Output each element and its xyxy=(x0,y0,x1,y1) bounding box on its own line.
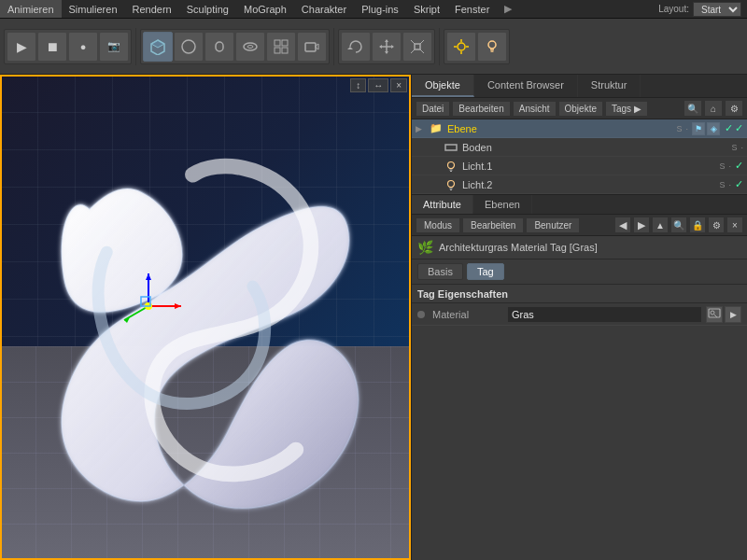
toolbar-btn-stop[interactable]: ⏹ xyxy=(37,32,67,62)
toolbar-btn-torus[interactable] xyxy=(235,32,265,62)
tree-item-licht1[interactable]: ▶ Licht.1 S · ✓ xyxy=(412,157,747,175)
attr-material-browse[interactable] xyxy=(706,306,723,323)
attr-material-arrow[interactable]: ▶ xyxy=(725,306,741,323)
attr-prev-btn[interactable]: ◀ xyxy=(614,217,631,233)
obj-home-icon[interactable]: ⌂ xyxy=(704,100,723,117)
obj-toolbar-tags[interactable]: Tags ▶ xyxy=(605,101,648,117)
viewport[interactable]: ↕ ↔ × xyxy=(0,75,411,560)
svg-marker-12 xyxy=(347,47,353,49)
tag-s-ebene: S xyxy=(676,124,682,133)
toolbar-btn-cube[interactable] xyxy=(143,32,173,62)
menu-item-charakter[interactable]: Charakter xyxy=(294,0,354,18)
tag-icon1-ebene[interactable]: ⚑ xyxy=(692,122,705,135)
layout-label: Layout: xyxy=(658,4,689,14)
menu-item-simulieren[interactable]: Simulieren xyxy=(62,0,125,18)
tree-tags-boden: S · xyxy=(731,143,743,152)
attr-dot-material xyxy=(417,311,425,318)
tree-item-licht2[interactable]: ▶ Licht.2 S · ✓ xyxy=(412,175,747,194)
transform-gizmo xyxy=(111,269,186,343)
tree-item-ebene[interactable]: ▶ 📁 Ebene S · ⚑ ◈ ✓ ✓ xyxy=(412,119,747,138)
tab-attribute[interactable]: Attribute xyxy=(412,195,473,214)
attr-value-material[interactable] xyxy=(507,306,702,323)
tree-icon-licht1 xyxy=(444,159,458,174)
tree-name-licht2: Licht.2 xyxy=(462,179,719,190)
toolbar-btn-record[interactable]: ● xyxy=(68,32,98,62)
viewport-nav-up[interactable]: ↕ xyxy=(350,78,366,92)
svg-rect-7 xyxy=(282,40,288,46)
subtab-tag[interactable]: Tag xyxy=(467,263,504,280)
tree-name-licht1: Licht.1 xyxy=(462,161,719,172)
tree-item-boden[interactable]: ▶ Boden S · xyxy=(412,138,747,157)
attr-close-icon[interactable]: × xyxy=(726,217,743,233)
toolbar-sep-3 xyxy=(439,28,440,65)
obj-toolbar-ansicht[interactable]: Ansicht xyxy=(513,101,557,117)
attr-label-material: Material xyxy=(432,309,507,320)
viewport-close[interactable]: × xyxy=(390,78,407,92)
menu-item-mograph[interactable]: MoGraph xyxy=(236,0,294,18)
tree-tags-licht1: S · ✓ xyxy=(719,160,743,172)
toolbar-group-shapes xyxy=(140,29,330,64)
viewport-object-area xyxy=(8,123,402,536)
svg-line-23 xyxy=(420,49,424,53)
toolbar-btn-render[interactable]: 📷 xyxy=(99,32,129,62)
attr-settings-icon[interactable]: ⚙ xyxy=(708,217,725,233)
toolbar-btn-sphere[interactable] xyxy=(174,32,204,62)
attr-lock-icon[interactable]: 🔒 xyxy=(689,217,706,233)
menu-item-fenster[interactable]: Fenster xyxy=(447,0,497,18)
svg-marker-1 xyxy=(151,40,164,48)
layout-select[interactable]: Start xyxy=(693,2,741,17)
right-panel: Objekte Content Browser Struktur Datei B… xyxy=(411,75,747,560)
obj-gear-icon[interactable]: ⚙ xyxy=(725,100,743,117)
tag-s-licht2: S xyxy=(719,180,725,189)
obj-toolbar-bearbeiten[interactable]: Bearbeiten xyxy=(452,101,510,117)
obj-toolbar-datei[interactable]: Datei xyxy=(416,101,450,117)
tag-dot-ebene: · xyxy=(685,124,688,133)
attr-up-icon[interactable]: ▲ xyxy=(652,217,669,233)
toolbar-btn-camera[interactable] xyxy=(297,32,327,62)
attr-mode-bearbeiten[interactable]: Bearbeiten xyxy=(462,217,524,233)
attribute-tabs: Attribute Ebenen xyxy=(412,195,747,215)
tab-content-browser[interactable]: Content Browser xyxy=(474,75,578,97)
menu-item-animieren[interactable]: Animieren xyxy=(0,0,62,18)
tree-name-ebene: Ebene xyxy=(447,123,676,134)
tag-dot-licht2: · xyxy=(728,180,731,189)
tree-icon-boden xyxy=(444,140,458,155)
svg-marker-17 xyxy=(379,45,382,49)
viewport-nav-lr[interactable]: ↔ xyxy=(368,78,388,92)
check-licht2: ✓ xyxy=(735,178,743,190)
menu-item-skript[interactable]: Skript xyxy=(406,0,447,18)
main-area: ↕ ↔ × Objekte Content Browser Struktur D… xyxy=(0,75,747,560)
tag-icon2-ebene[interactable]: ◈ xyxy=(707,122,720,135)
menu-item-plugins[interactable]: Plug-ins xyxy=(354,0,406,18)
attr-row-material: Material ▶ xyxy=(412,303,747,326)
tree-tags-ebene: S · ⚑ ◈ ✓ ✓ xyxy=(676,122,743,135)
toolbar-btn-capsule[interactable] xyxy=(204,32,234,62)
menu-item-sculpting[interactable]: Sculpting xyxy=(179,0,236,18)
toolbar-btn-sun[interactable] xyxy=(446,32,476,62)
svg-rect-19 xyxy=(415,44,420,49)
menu-item-rendern[interactable]: Rendern xyxy=(125,0,179,18)
svg-line-36 xyxy=(124,306,148,320)
svg-point-44 xyxy=(448,180,455,187)
toolbar-btn-move[interactable] xyxy=(372,32,402,62)
toolbar-btn-play[interactable]: ▶ xyxy=(7,32,36,62)
toolbar-btn-scale[interactable] xyxy=(402,32,432,62)
attr-next-btn[interactable]: ▶ xyxy=(633,217,650,233)
tag-s-licht1: S xyxy=(719,161,725,171)
attr-mode-benutzer[interactable]: Benutzer xyxy=(526,217,580,233)
obj-toolbar-objekte[interactable]: Objekte xyxy=(558,101,603,117)
tree-icon-licht2 xyxy=(444,177,458,192)
obj-search-icon[interactable]: 🔍 xyxy=(684,100,702,117)
toolbar-btn-light[interactable] xyxy=(477,32,507,62)
toolbar-btn-rotate[interactable] xyxy=(341,32,371,62)
subtab-basis[interactable]: Basis xyxy=(417,263,463,280)
attr-mode-modus[interactable]: Modus xyxy=(416,217,460,233)
tag-dot-boden: · xyxy=(740,143,743,152)
attr-search-icon[interactable]: 🔍 xyxy=(670,217,687,233)
svg-point-48 xyxy=(711,311,714,315)
toolbar-btn-grid[interactable] xyxy=(266,32,296,62)
tab-objekte[interactable]: Objekte xyxy=(412,75,474,97)
tab-struktur[interactable]: Struktur xyxy=(578,75,641,97)
tab-ebenen[interactable]: Ebenen xyxy=(473,195,532,214)
toolbar-group-lights xyxy=(444,29,510,64)
